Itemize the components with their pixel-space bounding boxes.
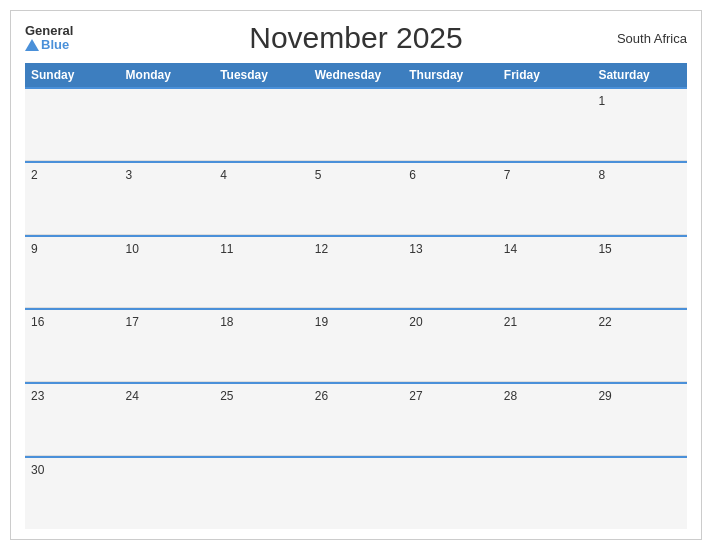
- day-cell: [498, 89, 593, 160]
- day-cell-21: 21: [498, 310, 593, 381]
- week-row-5: 23 24 25 26 27 28 29: [25, 382, 687, 456]
- day-cell-30: 30: [25, 458, 120, 529]
- day-cell: [498, 458, 593, 529]
- day-cell-18: 18: [214, 310, 309, 381]
- day-cell-15: 15: [592, 237, 687, 308]
- day-cell-24: 24: [120, 384, 215, 455]
- day-cell: [25, 89, 120, 160]
- day-cell: [403, 458, 498, 529]
- header-saturday: Saturday: [592, 63, 687, 87]
- day-cell-9: 9: [25, 237, 120, 308]
- calendar-grid: 1 2 3 4 5 6 7 8 9 10 11 12 13 14 15 16 1…: [25, 87, 687, 529]
- day-cell: [309, 89, 404, 160]
- day-cell: [120, 458, 215, 529]
- header-sunday: Sunday: [25, 63, 120, 87]
- day-cell-17: 17: [120, 310, 215, 381]
- day-cell-16: 16: [25, 310, 120, 381]
- week-row-3: 9 10 11 12 13 14 15: [25, 235, 687, 309]
- day-cell-23: 23: [25, 384, 120, 455]
- day-cell-10: 10: [120, 237, 215, 308]
- day-cell-28: 28: [498, 384, 593, 455]
- day-cell-27: 27: [403, 384, 498, 455]
- day-cell-4: 4: [214, 163, 309, 234]
- day-cell-14: 14: [498, 237, 593, 308]
- logo-blue-bar: Blue: [25, 37, 69, 52]
- logo-general-text: General: [25, 24, 73, 37]
- country-label: South Africa: [597, 31, 687, 46]
- logo-triangle-icon: [25, 39, 39, 51]
- day-cell-3: 3: [120, 163, 215, 234]
- logo: General Blue: [25, 24, 115, 52]
- calendar-header: General Blue November 2025 South Africa: [25, 21, 687, 55]
- header-friday: Friday: [498, 63, 593, 87]
- day-cell: [403, 89, 498, 160]
- week-row-1: 1: [25, 87, 687, 161]
- header-thursday: Thursday: [403, 63, 498, 87]
- day-cell-2: 2: [25, 163, 120, 234]
- day-cell-19: 19: [309, 310, 404, 381]
- day-cell-1: 1: [592, 89, 687, 160]
- day-cell-25: 25: [214, 384, 309, 455]
- day-cell-26: 26: [309, 384, 404, 455]
- day-cell-8: 8: [592, 163, 687, 234]
- day-cell: [592, 458, 687, 529]
- day-cell: [214, 458, 309, 529]
- calendar-title: November 2025: [115, 21, 597, 55]
- day-cell: [214, 89, 309, 160]
- day-cell: [309, 458, 404, 529]
- header-wednesday: Wednesday: [309, 63, 404, 87]
- day-cell-11: 11: [214, 237, 309, 308]
- day-cell-22: 22: [592, 310, 687, 381]
- day-cell-20: 20: [403, 310, 498, 381]
- day-cell-12: 12: [309, 237, 404, 308]
- calendar: General Blue November 2025 South Africa …: [10, 10, 702, 540]
- day-cell-29: 29: [592, 384, 687, 455]
- day-cell-6: 6: [403, 163, 498, 234]
- day-cell: [120, 89, 215, 160]
- day-cell-5: 5: [309, 163, 404, 234]
- header-tuesday: Tuesday: [214, 63, 309, 87]
- day-cell-7: 7: [498, 163, 593, 234]
- week-row-4: 16 17 18 19 20 21 22: [25, 308, 687, 382]
- week-row-2: 2 3 4 5 6 7 8: [25, 161, 687, 235]
- day-headers-row: Sunday Monday Tuesday Wednesday Thursday…: [25, 63, 687, 87]
- week-row-6: 30: [25, 456, 687, 529]
- logo-blue-text: Blue: [41, 37, 69, 52]
- day-cell-13: 13: [403, 237, 498, 308]
- header-monday: Monday: [120, 63, 215, 87]
